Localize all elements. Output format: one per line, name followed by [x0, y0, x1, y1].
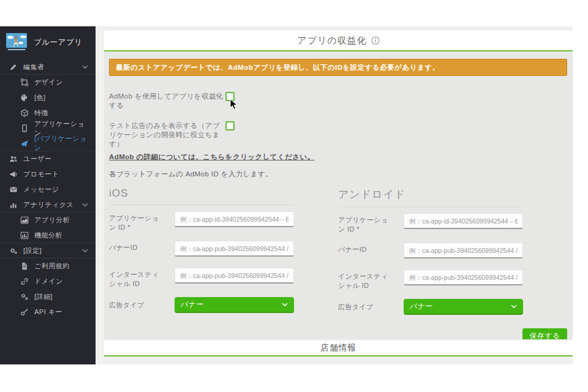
store-info-header: 店舗情報 [104, 341, 573, 356]
platform-heading: iOS [109, 187, 294, 205]
form-row: バナーID [338, 243, 523, 261]
sidebar: ブルーアプリ 編集者デザイン[色]特徴アプリケーション[パブリケーションユーザー… [0, 26, 96, 364]
sidebar-item-0[interactable]: 編集者 [0, 59, 96, 75]
ad-type-select-0[interactable]: バナー [175, 297, 294, 313]
megaphone-icon [9, 171, 18, 178]
gears-icon [9, 247, 18, 254]
cogs-icon [20, 293, 29, 301]
field-input-1-2[interactable] [404, 270, 523, 285]
platform-column-android: アンドロイドアプリケーション ID *バナーIDインタースティシャル ID広告タ… [338, 187, 523, 326]
form-row: 広告タイプバナー [338, 299, 523, 317]
document-icon [20, 263, 29, 270]
sidebar-nav: 編集者デザイン[色]特徴アプリケーション[パブリケーションユーザープロモートメッ… [0, 59, 96, 320]
form-row: アプリケーション ID * [109, 211, 294, 232]
design-icon [20, 79, 29, 86]
admob-id-instruction: 各プラットフォームの AdMob ID を入力します。 [109, 170, 567, 179]
sidebar-item-5[interactable]: [パブリケーション [0, 136, 96, 151]
field-label: バナーID [109, 241, 164, 252]
sidebar-item-2[interactable]: [色] [0, 90, 96, 105]
sidebar-item-1[interactable]: デザイン [0, 75, 96, 90]
select-value: バナー [181, 300, 204, 310]
link-icon [20, 278, 29, 285]
platform-column-ios: iOSアプリケーション ID *バナーIDインタースティシャル ID広告タイプバ… [109, 187, 294, 326]
save-button[interactable]: 保存する [522, 328, 567, 339]
ad-type-select-1[interactable]: バナー [404, 299, 523, 315]
users-icon [9, 156, 18, 163]
field-input-0-1[interactable] [175, 241, 294, 257]
sidebar-item-16[interactable]: API キー [0, 304, 96, 320]
test-ads-checkbox[interactable] [225, 121, 235, 130]
sidebar-item-label: ご利用規約 [34, 262, 70, 271]
monetization-panel: 最新のストアアップデートでは、AdMobアプリを登録し、以下のIDを設定する必要… [104, 51, 573, 339]
platform-forms: iOSアプリケーション ID *バナーIDインタースティシャル ID広告タイプバ… [109, 187, 567, 326]
form-row: インタースティシャル ID [338, 270, 523, 290]
field-label: アプリケーション ID * [109, 211, 164, 232]
store-update-banner: 最新のストアアップデートでは、AdMobアプリを登録し、以下のIDを設定する必要… [109, 59, 567, 76]
sidebar-item-3[interactable]: 特徴 [0, 105, 96, 121]
paper-plane-icon [20, 140, 29, 147]
field-input-1-0[interactable] [404, 213, 523, 229]
sidebar-item-label: [色] [34, 93, 46, 102]
test-ads-row: テスト広告のみを表示する（アプリケーションの開発時に役立ちます） [109, 121, 567, 140]
sidebar-item-label: [設定] [23, 246, 42, 255]
save-row: 保存する [109, 328, 567, 339]
sidebar-item-label: デザイン [34, 78, 63, 87]
sidebar-item-label: API キー [34, 307, 62, 317]
app-logo-row[interactable]: ブルーアプリ [0, 26, 96, 59]
monetization-header: アプリの収益化 [104, 31, 573, 51]
select-value: バナー [410, 301, 433, 312]
field-label: 広告タイプ [338, 299, 393, 312]
sidebar-item-label: 特徴 [34, 108, 48, 118]
cube-icon [20, 110, 29, 117]
app-logo-image [6, 33, 27, 51]
sidebar-item-label: メッセージ [23, 185, 59, 194]
sidebar-item-13[interactable]: ご利用規約 [0, 258, 96, 274]
sidebar-item-12[interactable]: [設定] [0, 243, 96, 258]
platform-heading: アンドロイド [338, 187, 523, 207]
admob-enable-row: AdMob を使用してアプリを収益化する [109, 92, 567, 110]
palette-icon [20, 94, 29, 102]
sidebar-item-label: [詳細] [34, 292, 53, 301]
sidebar-item-15[interactable]: [詳細] [0, 289, 96, 304]
field-label: 広告タイプ [109, 297, 164, 310]
field-input-0-0[interactable] [175, 211, 294, 227]
sidebar-item-label: 機能分析 [34, 231, 62, 240]
sidebar-item-label: アナリティクス [23, 200, 74, 209]
key-icon [20, 309, 29, 316]
sidebar-item-6[interactable]: ユーザー [0, 151, 96, 167]
envelope-icon [9, 186, 18, 194]
monetization-title: アプリの収益化 [297, 35, 366, 47]
field-label: インタースティシャル ID [338, 270, 393, 290]
chevron-down-icon [511, 302, 517, 311]
form-row: 広告タイプバナー [109, 297, 294, 315]
field-input-1-1[interactable] [404, 243, 523, 258]
info-circle-icon[interactable] [371, 36, 380, 45]
column-chart-icon [20, 232, 29, 239]
sidebar-item-14[interactable]: ドメイン [0, 274, 96, 289]
field-label: インタースティシャル ID [109, 268, 164, 288]
app-viewport: ブルーアプリ 編集者デザイン[色]特徴アプリケーション[パブリケーションユーザー… [0, 26, 573, 364]
chevron-down-icon [282, 300, 288, 309]
sidebar-item-label: ドメイン [34, 277, 63, 286]
sidebar-item-9[interactable]: アナリティクス [0, 197, 96, 213]
admob-enable-checkbox[interactable] [225, 92, 235, 101]
field-label: アプリケーション ID * [338, 213, 393, 234]
sidebar-item-label: アプリ分析 [34, 216, 70, 225]
sidebar-item-7[interactable]: プロモート [0, 167, 96, 182]
form-row: バナーID [109, 241, 294, 259]
chevron-down-icon [82, 249, 88, 253]
chevron-down-icon [82, 203, 88, 207]
sidebar-item-label: ユーザー [23, 154, 52, 164]
chevron-down-icon [82, 65, 88, 69]
admob-details-link[interactable]: AdMob の詳細については、こちらをクリックしてください。 [109, 153, 315, 162]
field-input-0-2[interactable] [175, 268, 294, 284]
mobile-icon [20, 125, 29, 132]
store-info-title: 店舗情報 [321, 342, 356, 353]
pencil-icon [9, 63, 18, 70]
sidebar-item-8[interactable]: メッセージ [0, 182, 96, 197]
test-ads-label: テスト広告のみを表示する（アプリケーションの開発時に役立ちます） [109, 121, 225, 149]
app-title: ブルーアプリ [34, 37, 82, 48]
sidebar-item-10[interactable]: アプリ分析 [0, 213, 96, 228]
area-chart-icon [20, 217, 29, 224]
sidebar-item-11[interactable]: 機能分析 [0, 228, 96, 243]
